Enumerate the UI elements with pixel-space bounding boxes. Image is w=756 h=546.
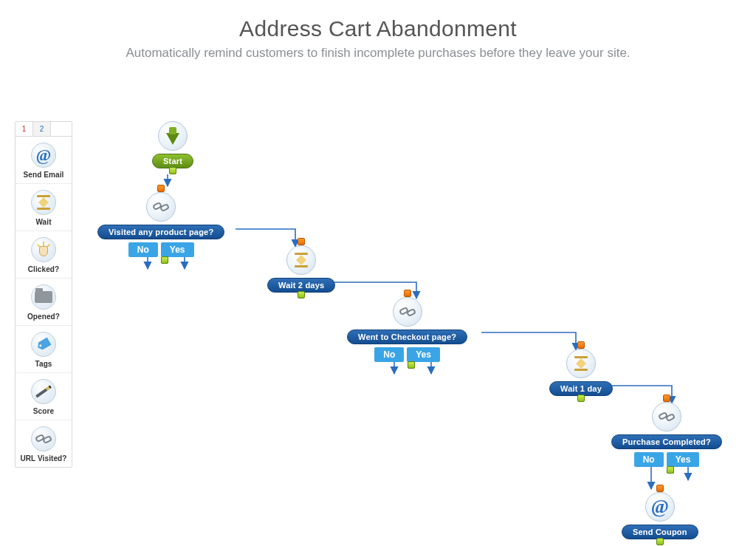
node-label[interactable]: Went to Checkout page?	[347, 330, 467, 344]
palette-item-send-email[interactable]: @ Send Email	[16, 137, 72, 183]
out-handle-yes[interactable]	[161, 256, 168, 264]
palette-item-label: Send Email	[24, 171, 64, 179]
yes-button[interactable]: Yes	[161, 242, 194, 257]
chain-icon	[31, 426, 56, 451]
no-button[interactable]: No	[374, 347, 404, 362]
no-button[interactable]: No	[128, 242, 158, 257]
out-handle[interactable]	[656, 538, 664, 545]
yesno-group: No Yes	[374, 347, 440, 362]
out-handle[interactable]	[298, 291, 305, 298]
at-icon: @	[31, 143, 56, 168]
folder-icon	[31, 284, 56, 310]
yesno-group: No Yes	[634, 452, 700, 467]
node-label[interactable]: Wait 1 day	[549, 381, 613, 396]
at-icon: @	[645, 492, 675, 522]
tag-icon	[31, 332, 56, 357]
flow-canvas[interactable]: Start Visited any product page? No Yes .…	[81, 121, 749, 546]
node-wait-1-day[interactable]: Wait 1 day	[549, 341, 613, 402]
in-handle[interactable]	[404, 290, 411, 297]
pencil-icon	[31, 379, 56, 404]
node-label[interactable]: Visited any product page?	[97, 225, 224, 239]
no-button[interactable]: No	[634, 452, 664, 467]
yes-button[interactable]: Yes	[667, 452, 700, 467]
node-label[interactable]: Send Coupon	[622, 525, 698, 539]
start-pill[interactable]: Start	[152, 154, 193, 168]
palette-item-label: Score	[33, 407, 54, 415]
in-handle[interactable]	[157, 185, 165, 192]
out-handle-yes[interactable]	[408, 361, 415, 369]
hourglass-icon	[31, 190, 56, 215]
yes-button[interactable]: Yes	[407, 347, 440, 362]
palette-items: @ Send Email Wait Clicked	[16, 137, 72, 467]
out-handle[interactable]	[169, 167, 176, 174]
in-handle[interactable]	[298, 238, 305, 245]
palette-item-clicked[interactable]: Clicked?	[16, 231, 72, 278]
page-subtitle: Automatically remind customers to finish…	[0, 46, 756, 61]
node-label[interactable]: Wait 2 days	[267, 278, 335, 293]
hourglass-icon	[566, 349, 596, 378]
palette-item-label: URL Visited?	[20, 454, 66, 463]
click-icon	[31, 237, 56, 262]
in-handle[interactable]	[663, 395, 670, 402]
palette-item-label: Clicked?	[28, 265, 59, 273]
chain-icon	[393, 297, 422, 327]
palette-tab-1[interactable]: 1	[16, 122, 33, 136]
arrow-down-icon	[158, 121, 188, 151]
out-handle-yes[interactable]	[667, 466, 674, 474]
yesno-group: No Yes	[128, 242, 194, 257]
chain-icon	[146, 192, 176, 222]
palette-item-label: Opened?	[27, 313, 60, 321]
out-handle[interactable]	[577, 395, 585, 402]
page-title: Address Cart Abandonment	[0, 16, 756, 41]
node-wait-2-days[interactable]: Wait 2 days	[267, 238, 335, 298]
palette-item-url-visited[interactable]: URL Visited?	[16, 420, 72, 467]
palette-tab-2[interactable]: 2	[33, 122, 51, 136]
node-purchase-completed[interactable]: Purchase Completed? No Yes	[611, 395, 722, 466]
node-went-checkout[interactable]: Went to Checkout page? No Yes	[347, 290, 467, 361]
in-handle[interactable]	[577, 341, 585, 349]
palette-item-opened[interactable]: Opened?	[16, 278, 72, 325]
tool-palette: 1 2 @ Send Email Wait	[15, 121, 72, 468]
node-visited-product[interactable]: Visited any product page? No Yes	[97, 185, 224, 256]
palette-item-wait[interactable]: Wait	[16, 183, 72, 231]
palette-item-label: Wait	[35, 218, 51, 226]
hourglass-icon	[286, 245, 316, 275]
node-start[interactable]: Start	[152, 121, 193, 174]
node-send-coupon[interactable]: @ Send Coupon	[622, 485, 698, 545]
palette-item-score[interactable]: Score	[16, 372, 72, 420]
palette-item-tags[interactable]: Tags	[16, 325, 72, 372]
node-label[interactable]: Purchase Completed?	[611, 434, 722, 449]
in-handle[interactable]	[656, 485, 664, 492]
palette-tabs: 1 2	[16, 122, 72, 137]
palette-item-label: Tags	[35, 360, 52, 368]
chain-icon	[652, 402, 681, 431]
